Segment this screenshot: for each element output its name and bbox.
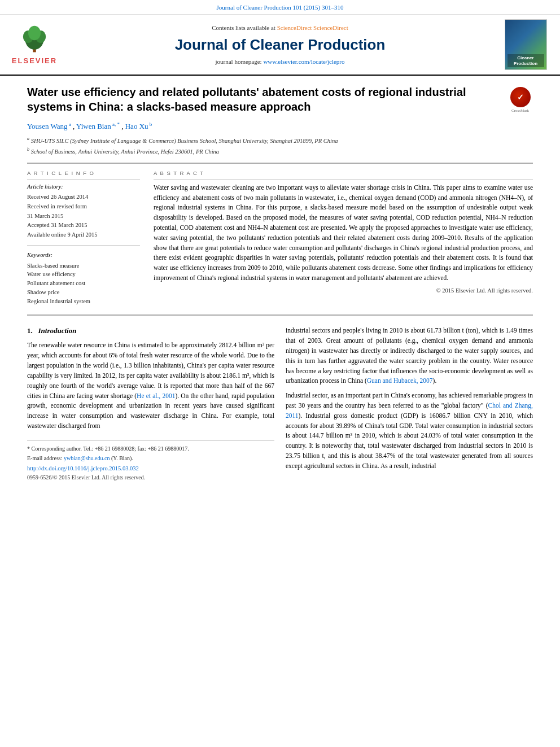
intro-heading: 1. Introduction: [27, 326, 274, 336]
keyword-2: Pollutant abatement cost: [27, 279, 140, 288]
ref-chol-2011[interactable]: Chol and Zhang, 2011: [286, 402, 533, 419]
affil-a: a SHU-UTS SILC (Sydney Institute of Lang…: [27, 136, 533, 145]
author-3-sup: b: [148, 121, 152, 127]
journal-logo-text: CleanerProduction: [508, 54, 544, 67]
elsevier-text: ELSEVIER: [12, 56, 57, 66]
ref-guan-2007[interactable]: Guan and Hubacek, 2007: [367, 377, 433, 384]
history-item-4: Available online 9 April 2015: [27, 231, 140, 239]
crossmark-icon: ✓: [510, 87, 531, 107]
main-content-columns: 1. Introduction The renewable water reso…: [27, 326, 533, 482]
copyright-line: © 2015 Elsevier Ltd. All rights reserved…: [154, 287, 533, 295]
article-title: Water use efficiency and related polluta…: [27, 85, 502, 114]
intro-para-2: industrial sectors and people's living i…: [286, 326, 533, 386]
authors-line: Yousen Wang a , Yiwen Bian a, * , Hao Xu…: [27, 121, 533, 132]
footnote-area: * Corresponding author. Tel.: +86 21 698…: [27, 440, 274, 482]
keyword-1: Water use efficiency: [27, 270, 140, 279]
affiliations: a SHU-UTS SILC (Sydney Institute of Lang…: [27, 136, 533, 156]
svg-point-4: [28, 25, 41, 40]
info-abstract-columns: A R T I C L E I N F O Article history: R…: [27, 169, 533, 305]
keyword-3: Shadow price: [27, 288, 140, 297]
crossmark-label: CrossMark: [511, 108, 529, 114]
keywords-label: Keywords:: [27, 251, 140, 260]
history-item-0: Received 26 August 2014: [27, 193, 140, 202]
abstract-header: A B S T R A C T: [154, 169, 533, 179]
history-item-1: Received in revised form: [27, 203, 140, 211]
journal-center: Contents lists available at ScienceDirec…: [65, 24, 495, 66]
footnote-email-link[interactable]: ywbian@shu.edu.cn: [64, 455, 110, 461]
author-1[interactable]: Yousen Wang: [27, 123, 67, 131]
doi-line[interactable]: http://dx.doi.org/10.1016/j.jclepro.2015…: [27, 465, 274, 473]
issn-line: 0959-6526/© 2015 Elsevier Ltd. All right…: [27, 474, 274, 482]
history-item-2: 31 March 2015: [27, 212, 140, 221]
article-body: Water use efficiency and related polluta…: [0, 76, 560, 491]
sciencedirect-link-text: ScienceDirect: [313, 24, 348, 31]
keywords-divider: [27, 245, 140, 246]
sciencedirect-link[interactable]: ScienceDirect: [277, 24, 312, 31]
journal-ref-bar: Journal of Cleaner Production 101 (2015)…: [0, 0, 560, 15]
author-2[interactable]: Yiwen Bian: [76, 123, 111, 131]
keywords-section: Keywords: Slacks-based measure Water use…: [27, 245, 140, 305]
intro-para-1: The renewable water resource in China is…: [27, 340, 274, 431]
author-1-sup: a: [67, 121, 71, 127]
section-divider-bottom: [27, 314, 533, 316]
contents-available-text: Contents lists available at ScienceDirec…: [65, 24, 495, 32]
crossmark-logo: ✓ CrossMark: [508, 87, 533, 114]
article-info-column: A R T I C L E I N F O Article history: R…: [27, 169, 140, 305]
intro-right-column: industrial sectors and people's living i…: [286, 326, 533, 482]
article-info-header: A R T I C L E I N F O: [27, 169, 140, 179]
affil-b: b School of Business, Anhui University, …: [27, 146, 533, 156]
keyword-0: Slacks-based measure: [27, 261, 140, 270]
history-item-3: Accepted 31 March 2015: [27, 221, 140, 230]
keyword-4: Regional industrial system: [27, 297, 140, 306]
history-label: Article history:: [27, 183, 140, 191]
section-divider-top: [27, 163, 533, 164]
homepage-link[interactable]: www.elsevier.com/locate/jclepro: [263, 58, 344, 65]
journal-title-heading: Journal of Cleaner Production: [65, 34, 495, 55]
elsevier-tree-icon: [18, 24, 51, 55]
journal-logo-box: CleanerProduction: [505, 19, 547, 70]
abstract-text: Water saving and wastewater cleaning are…: [154, 183, 533, 283]
intro-para-3: Industrial sector, as an important part …: [286, 391, 533, 471]
article-title-section: Water use efficiency and related polluta…: [27, 85, 533, 114]
ref-he-2001[interactable]: He et al., 2001: [137, 392, 175, 399]
footnote-email: E-mail address: ywbian@shu.edu.cn (Y. Bi…: [27, 454, 274, 462]
author-3[interactable]: Hao Xu: [125, 123, 148, 131]
elsevier-logo: ELSEVIER: [9, 24, 60, 66]
author-2-sup: a, *: [111, 121, 120, 127]
footnote-corresponding: * Corresponding author. Tel.: +86 21 698…: [27, 444, 274, 453]
abstract-column: A B S T R A C T Water saving and wastewa…: [154, 169, 533, 305]
journal-ref-text: Journal of Cleaner Production 101 (2015)…: [217, 4, 344, 11]
intro-left-column: 1. Introduction The renewable water reso…: [27, 326, 274, 482]
journal-homepage: journal homepage: www.elsevier.com/locat…: [65, 58, 495, 66]
journal-header: ELSEVIER Contents lists available at Sci…: [0, 15, 560, 76]
journal-logo-right: CleanerProduction: [500, 19, 551, 70]
